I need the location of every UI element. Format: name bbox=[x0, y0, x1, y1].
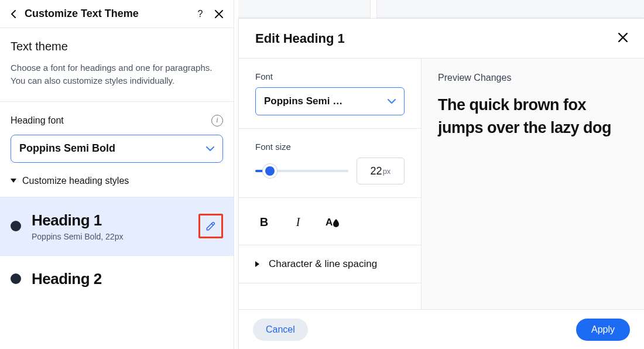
panel-header: Customize Text Theme ? bbox=[0, 0, 234, 28]
triangle-down-icon bbox=[11, 179, 16, 183]
section-title: Text theme bbox=[11, 40, 223, 53]
divider bbox=[0, 101, 234, 102]
font-size-slider[interactable] bbox=[255, 164, 348, 178]
heading-font-select[interactable]: Poppins Semi Bold bbox=[11, 135, 223, 163]
heading-font-value: Poppins Semi Bold bbox=[19, 142, 115, 155]
back-button[interactable] bbox=[8, 9, 19, 19]
edit-heading-button[interactable] bbox=[198, 214, 223, 238]
triangle-right-icon bbox=[255, 261, 259, 267]
cancel-button[interactable]: Cancel bbox=[253, 319, 308, 341]
customize-heading-styles-label: Customize heading styles bbox=[22, 176, 129, 186]
close-button[interactable] bbox=[213, 8, 225, 20]
font-size-label: Font size bbox=[255, 142, 405, 152]
chevron-left-icon bbox=[11, 10, 16, 18]
italic-button[interactable]: I bbox=[289, 213, 307, 231]
customize-text-theme-panel: Customize Text Theme ? Text theme Choose… bbox=[0, 0, 234, 349]
character-line-spacing-toggle[interactable]: Character & line spacing bbox=[239, 245, 421, 283]
edit-panel-controls: Font Poppins Semi … Font size bbox=[239, 59, 422, 309]
character-line-spacing-label: Character & line spacing bbox=[269, 258, 377, 270]
font-select-value: Poppins Semi … bbox=[264, 95, 342, 107]
pencil-icon bbox=[205, 220, 217, 232]
svg-text:A: A bbox=[326, 217, 333, 228]
section-description: Choose a font for headings and one for p… bbox=[11, 61, 223, 87]
chevron-down-icon bbox=[206, 143, 214, 154]
text-color-icon: A bbox=[324, 215, 340, 228]
heading-style-item-1[interactable]: Heading 1 Poppins Semi Bold, 22px bbox=[0, 197, 234, 255]
preview-text: The quick brown fox jumps over the lazy … bbox=[438, 94, 628, 139]
bold-button[interactable]: B bbox=[255, 213, 273, 231]
background-tab-stub bbox=[376, 0, 644, 18]
font-size-input[interactable]: 22px bbox=[357, 158, 405, 184]
heading-style-item-2[interactable]: Heading 2 bbox=[0, 255, 234, 302]
close-icon bbox=[618, 33, 628, 42]
edit-heading-panel: Edit Heading 1 Font Poppins Semi … Font … bbox=[238, 18, 644, 349]
edit-panel-close[interactable] bbox=[618, 33, 628, 45]
slider-thumb[interactable] bbox=[265, 166, 275, 176]
preview-label: Preview Changes bbox=[438, 73, 628, 83]
customize-heading-styles-toggle[interactable]: Customize heading styles bbox=[11, 176, 223, 186]
heading-item-title: Heading 1 bbox=[32, 211, 188, 230]
help-button[interactable]: ? bbox=[194, 8, 207, 20]
close-icon bbox=[215, 10, 223, 18]
chevron-down-icon bbox=[388, 96, 396, 107]
edit-panel-header: Edit Heading 1 bbox=[239, 19, 644, 59]
background-tab-stub bbox=[238, 0, 371, 18]
font-size-value: 22 bbox=[371, 165, 382, 177]
bullet-icon bbox=[11, 221, 21, 231]
font-select[interactable]: Poppins Semi … bbox=[255, 87, 405, 115]
heading-font-label: Heading font bbox=[11, 115, 64, 126]
panel-title: Customize Text Theme bbox=[25, 8, 188, 20]
text-color-button[interactable]: A bbox=[323, 213, 341, 231]
bullet-icon bbox=[11, 273, 21, 284]
edit-panel-title: Edit Heading 1 bbox=[255, 31, 345, 46]
preview-pane: Preview Changes The quick brown fox jump… bbox=[422, 59, 644, 309]
apply-button[interactable]: Apply bbox=[576, 319, 630, 341]
heading-item-title: Heading 2 bbox=[32, 270, 223, 288]
edit-panel-footer: Cancel Apply bbox=[239, 309, 644, 349]
font-size-unit: px bbox=[383, 167, 391, 176]
font-label: Font bbox=[255, 71, 405, 81]
info-icon[interactable]: i bbox=[211, 115, 223, 126]
heading-item-meta: Poppins Semi Bold, 22px bbox=[32, 232, 188, 241]
